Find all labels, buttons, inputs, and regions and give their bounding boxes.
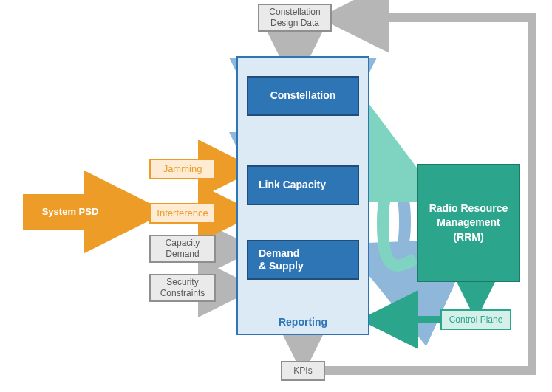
interference-box: Interference xyxy=(149,203,216,224)
control-plane-box: Control Plane xyxy=(440,309,511,330)
capacity-demand-box: Capacity Demand xyxy=(149,235,216,263)
system-psd-label: System PSD xyxy=(42,206,99,218)
constellation-design-data-box: Constellation Design Data xyxy=(258,4,332,32)
constellation-box: Constellation xyxy=(247,76,359,116)
capacity-demand-label: Capacity Demand xyxy=(166,238,200,260)
interference-label: Interference xyxy=(157,207,208,219)
link-capacity-box: Link Capacity xyxy=(247,165,359,205)
demand-supply-label: Demand & Supply xyxy=(259,247,304,273)
constellation-label: Constellation xyxy=(270,89,336,103)
link-capacity-label: Link Capacity xyxy=(259,179,326,192)
demand-supply-box: Demand & Supply xyxy=(247,240,359,280)
jamming-label: Jamming xyxy=(163,163,202,175)
jamming-box: Jamming xyxy=(149,159,216,179)
security-constraints-label: Security Constraints xyxy=(160,277,205,299)
reporting-label: Reporting xyxy=(236,314,369,331)
kpis-label: KPIs xyxy=(293,365,312,376)
rrm-box: Radio Resource Management (RRM) xyxy=(417,164,520,282)
rrm-label: Radio Resource Management (RRM) xyxy=(429,202,508,245)
security-constraints-box: Security Constraints xyxy=(149,274,216,302)
system-psd-box: System PSD xyxy=(23,194,117,230)
constellation-design-data-label: Constellation Design Data xyxy=(269,7,320,29)
kpis-box: KPIs xyxy=(281,361,325,381)
control-plane-label: Control Plane xyxy=(449,314,503,326)
